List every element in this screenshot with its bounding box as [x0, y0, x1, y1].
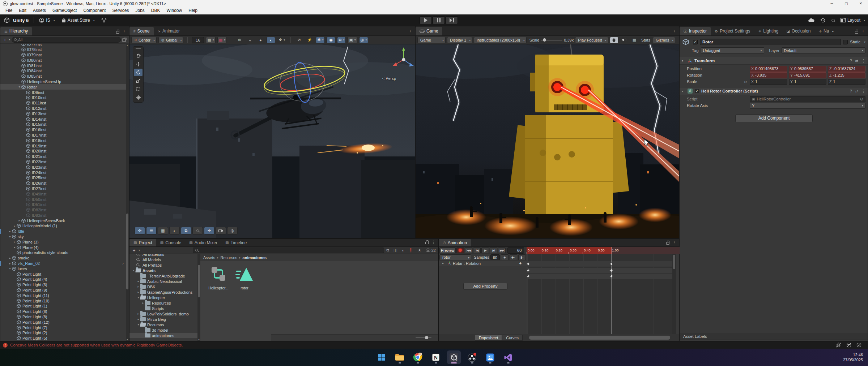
- gameobject-name-field[interactable]: Rotar: [700, 39, 841, 45]
- current-frame-field[interactable]: 60: [507, 247, 524, 254]
- hierarchy-row[interactable]: Point Light (2): [0, 330, 127, 336]
- taskbar-clock[interactable]: 12:46 27/05/2025: [843, 352, 863, 362]
- project-dock-tab[interactable]: ▤Console: [156, 239, 185, 246]
- project-tree-row[interactable]: All Prefabs: [129, 262, 197, 268]
- resolution-dropdown[interactable]: instructables (2000x150(: [474, 37, 526, 43]
- project-tree-row[interactable]: All Models: [129, 257, 197, 262]
- expander-icon[interactable]: ▾: [136, 323, 140, 326]
- lightning-off-icon[interactable]: ⚡: [305, 37, 314, 43]
- unity-taskbar-icon[interactable]: 6: [447, 350, 461, 364]
- search-by-type-icon[interactable]: ◫: [393, 248, 397, 253]
- view-options-icon[interactable]: ☰: [146, 227, 157, 234]
- compass-overlay-icon[interactable]: ◎: [227, 227, 238, 234]
- prev-key-button[interactable]: |◀: [473, 247, 481, 253]
- record-button[interactable]: [456, 247, 464, 253]
- panel-menu-icon[interactable]: ⋮: [408, 29, 412, 34]
- hierarchy-row[interactable]: ID77inst: [0, 44, 127, 47]
- search-icon[interactable]: [831, 19, 835, 22]
- z-field[interactable]: Z1: [828, 79, 865, 85]
- open-in-search-icon[interactable]: ⧉: [386, 248, 389, 253]
- play-button[interactable]: [420, 16, 432, 24]
- hierarchy-row[interactable]: ID23inst: [0, 164, 127, 170]
- expander-icon[interactable]: ▸: [13, 246, 17, 249]
- lock-icon[interactable]: [666, 242, 669, 245]
- version-control-icon[interactable]: [101, 18, 107, 23]
- presets-icon[interactable]: ⇄: [855, 89, 858, 93]
- photos-icon[interactable]: [483, 350, 497, 364]
- mute-audio-icon[interactable]: [620, 37, 629, 43]
- project-tree-row[interactable]: ▾ Recursos: [129, 322, 197, 327]
- project-tree-row[interactable]: 3d model: [129, 327, 197, 333]
- asset-store-dropdown[interactable]: Asset Store▾: [61, 18, 95, 23]
- scene-picker-icon[interactable]: [122, 38, 127, 42]
- hierarchy-row[interactable]: ID82inst: [0, 207, 127, 213]
- dopesheet-vscrollbar[interactable]: [672, 254, 676, 334]
- project-dock-tab[interactable]: ▤Audio Mixer: [185, 239, 221, 246]
- hierarchy-row[interactable]: ID84inst: [0, 68, 127, 74]
- hierarchy-row[interactable]: ID27inst: [0, 186, 127, 191]
- hierarchy-row[interactable]: ID9inst: [0, 90, 127, 95]
- project-content-area[interactable]: Assets▸ Recursos▸ animaciones Helicopter…: [200, 254, 438, 341]
- hierarchy-row[interactable]: ▸ Idle: [0, 229, 127, 234]
- dopesheet-area[interactable]: [527, 254, 676, 334]
- script-object-field[interactable]: ▣HeliRotorController⊙: [750, 96, 865, 102]
- thumbnail-size-slider[interactable]: [416, 337, 431, 338]
- project-tree-row[interactable]: ▸ DBK: [129, 284, 197, 289]
- expander-icon[interactable]: ▾: [8, 235, 12, 238]
- hierarchy-row[interactable]: ID26inst: [0, 181, 127, 186]
- step-button[interactable]: [446, 16, 458, 24]
- project-tree-row[interactable]: ▸ Mirza Beig: [129, 317, 197, 322]
- hierarchy-row[interactable]: Point Light (6): [0, 309, 127, 314]
- scene-visibility-eye-icon[interactable]: ◉: [327, 37, 335, 43]
- camera-dropdown-icon[interactable]: ▣▾: [348, 37, 357, 43]
- add-event-icon[interactable]: ◆₊: [510, 254, 517, 260]
- hierarchy-row[interactable]: ID83inst: [0, 213, 127, 218]
- menu-item[interactable]: Component: [80, 7, 109, 14]
- panel-menu-icon[interactable]: ⋮: [122, 29, 126, 34]
- y-field[interactable]: Y0.9539537: [789, 66, 826, 72]
- layer-dropdown[interactable]: Default: [782, 47, 865, 53]
- project-search[interactable]: [193, 247, 384, 253]
- active-checkbox[interactable]: [693, 40, 698, 44]
- help-icon[interactable]: ?: [850, 59, 852, 63]
- expander-icon[interactable]: ▸: [136, 285, 140, 288]
- hierarchy-row[interactable]: ID17inst: [0, 133, 127, 138]
- timeline-playhead[interactable]: [612, 247, 612, 334]
- curves-tab[interactable]: Curves: [502, 335, 523, 341]
- clip-dropdown[interactable]: rotor: [439, 254, 471, 260]
- tab-project-settings[interactable]: ⚙Project Settings: [711, 27, 754, 35]
- y-field[interactable]: Y-415.691: [789, 72, 826, 78]
- hierarchy-row[interactable]: ID50inst: [0, 197, 127, 202]
- panel-menu-icon[interactable]: ⋮: [861, 29, 865, 34]
- asset-animation-clip[interactable]: rotor: [233, 266, 256, 290]
- menu-item[interactable]: Help: [185, 7, 201, 14]
- panel-menu-icon[interactable]: ⋮: [672, 29, 676, 34]
- tab-navigation[interactable]: ✛Na▸: [815, 27, 838, 35]
- key-indicator-icon[interactable]: ◆: [519, 262, 522, 265]
- tab-lighting[interactable]: ☀Lighting: [754, 27, 782, 35]
- hierarchy-row[interactable]: ID24inst: [0, 170, 127, 175]
- hierarchy-row[interactable]: ID20inst: [0, 148, 127, 154]
- debug-bug-icon[interactable]: [610, 37, 618, 43]
- hierarchy-row[interactable]: ID16inst: [0, 127, 127, 133]
- expander-icon[interactable]: ▸: [136, 280, 140, 283]
- hierarchy-row[interactable]: ▸ Plane (4): [0, 245, 127, 250]
- search-importlog-icon[interactable]: ❗: [408, 248, 413, 253]
- chrome-icon[interactable]: [411, 350, 425, 364]
- hidden-packages-count[interactable]: 22: [426, 248, 436, 253]
- hierarchy-row[interactable]: Point Light (8): [0, 314, 127, 320]
- breadcrumb-assets[interactable]: Assets: [203, 255, 215, 260]
- obs-icon[interactable]: [465, 350, 479, 364]
- gizmos-sphere-icon[interactable]: ◎▾: [359, 37, 369, 43]
- play-animation-button[interactable]: ▶: [481, 247, 489, 253]
- lock-icon[interactable]: [855, 31, 858, 34]
- game-gizmos-dropdown[interactable]: Gizmos: [653, 37, 675, 43]
- transform-tool[interactable]: [134, 94, 142, 101]
- tool-handle-position-dropdown[interactable]: ⟐Center: [131, 37, 157, 43]
- maximize-button[interactable]: ▢: [839, 0, 854, 7]
- help-icon[interactable]: ?: [850, 89, 852, 93]
- scene-2d-icon[interactable]: ◒: [246, 37, 254, 43]
- cloud-icon[interactable]: [808, 18, 814, 22]
- hierarchy-row[interactable]: Point Light: [0, 271, 127, 277]
- hierarchy-row[interactable]: ID14inst: [0, 116, 127, 122]
